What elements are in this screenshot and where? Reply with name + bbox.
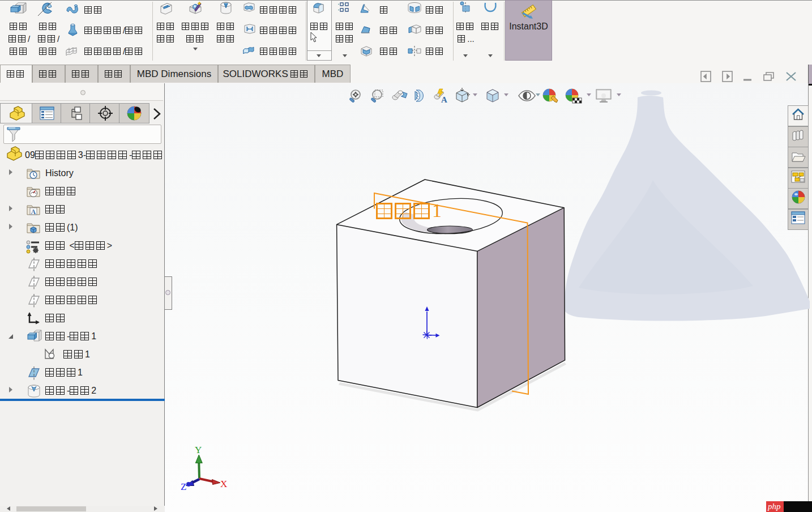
svg-text:A: A: [441, 95, 447, 104]
svg-text:Y: Y: [195, 445, 202, 455]
svg-text:A: A: [31, 208, 36, 216]
svg-text:X: X: [220, 479, 227, 489]
svg-text:Z: Z: [181, 481, 186, 492]
